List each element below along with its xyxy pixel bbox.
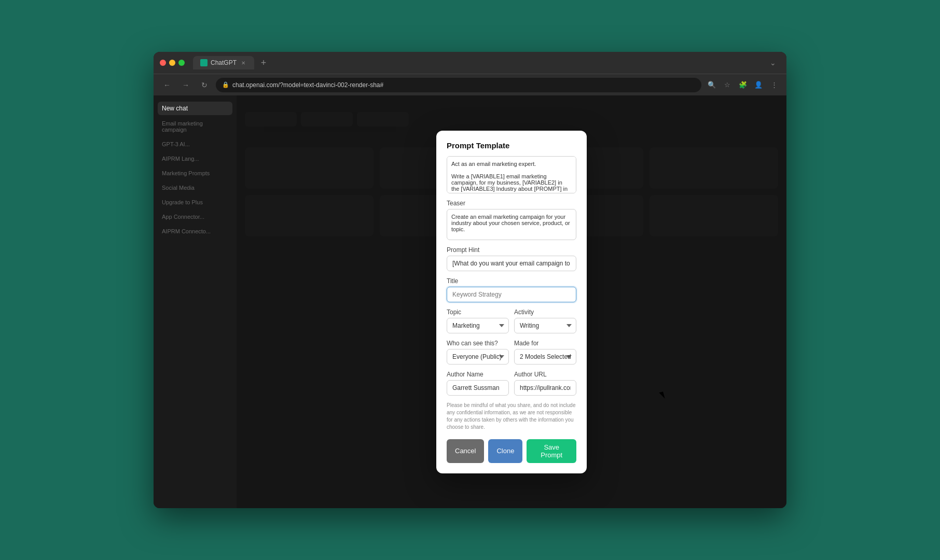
url-text: chat.openai.com/?model=text-davinci-002-… bbox=[232, 81, 383, 89]
new-tab-button[interactable]: + bbox=[256, 55, 271, 70]
prompt-field-group bbox=[447, 156, 576, 193]
browser-window: ChatGPT ✕ + ⌄ ← → ↻ 🔒 chat.openai.com/?m… bbox=[154, 52, 786, 508]
browser-content: New chat Email marketing campaign GPT-3 … bbox=[154, 95, 786, 508]
author-url-input[interactable] bbox=[514, 380, 576, 396]
author-name-input[interactable] bbox=[447, 380, 509, 396]
activity-select[interactable]: Writing Research Analysis bbox=[514, 318, 576, 333]
browser-titlebar: ChatGPT ✕ + ⌄ bbox=[154, 52, 786, 74]
sidebar-item-new-chat[interactable]: New chat bbox=[158, 102, 232, 115]
tab-close-icon[interactable]: ✕ bbox=[240, 59, 247, 66]
close-button[interactable] bbox=[160, 60, 166, 66]
clone-button[interactable]: Clone bbox=[488, 439, 522, 463]
toolbar-actions: 🔍 ☆ 🧩 👤 ⋮ bbox=[706, 79, 780, 91]
search-icon[interactable]: 🔍 bbox=[706, 79, 718, 91]
disclaimer-text: Please be mindful of what you share, and… bbox=[447, 402, 576, 431]
maximize-button[interactable] bbox=[178, 60, 185, 66]
window-controls: ⌄ bbox=[766, 55, 780, 70]
teaser-textarea[interactable] bbox=[447, 209, 576, 240]
topic-select[interactable]: Marketing Sales Design Writing bbox=[447, 318, 509, 333]
tab-label: ChatGPT bbox=[211, 59, 237, 66]
minimize-button[interactable] bbox=[169, 60, 175, 66]
title-label: Title bbox=[447, 277, 576, 285]
menu-icon[interactable]: ⋮ bbox=[768, 79, 780, 91]
activity-field-group: Activity Writing Research Analysis bbox=[514, 309, 576, 333]
forward-button[interactable]: → bbox=[178, 78, 193, 92]
prompt-hint-field-group: Prompt Hint bbox=[447, 246, 576, 271]
extensions-icon[interactable]: 🧩 bbox=[737, 79, 749, 91]
sidebar-item-8[interactable]: AIPRM Connecto... bbox=[158, 225, 232, 237]
topic-field-group: Topic Marketing Sales Design Writing bbox=[447, 309, 509, 333]
tab-favicon bbox=[200, 59, 208, 66]
browser-toolbar: ← → ↻ 🔒 chat.openai.com/?model=text-davi… bbox=[154, 74, 786, 95]
address-bar[interactable]: 🔒 chat.openai.com/?model=text-davinci-00… bbox=[216, 78, 701, 92]
visibility-model-row: Who can see this? Everyone (Public) Only… bbox=[447, 340, 576, 365]
sidebar-item-6[interactable]: Upgrade to Plus bbox=[158, 196, 232, 208]
author-row: Author Name Author URL bbox=[447, 371, 576, 396]
author-url-label: Author URL bbox=[514, 371, 576, 378]
activity-label: Activity bbox=[514, 309, 576, 316]
sidebar: New chat Email marketing campaign GPT-3 … bbox=[154, 95, 237, 508]
teaser-label: Teaser bbox=[447, 200, 576, 207]
modal-title: Prompt Template bbox=[447, 141, 576, 150]
topic-label: Topic bbox=[447, 309, 509, 316]
bookmark-icon[interactable]: ☆ bbox=[721, 79, 734, 91]
made-for-select[interactable]: 2 Models Selected All Models bbox=[514, 349, 576, 365]
lock-icon: 🔒 bbox=[222, 81, 229, 88]
author-name-label: Author Name bbox=[447, 371, 509, 378]
sidebar-item-3[interactable]: AIPRM Lang... bbox=[158, 152, 232, 165]
title-input[interactable] bbox=[447, 287, 576, 302]
sidebar-item-4[interactable]: Marketing Prompts bbox=[158, 167, 232, 179]
back-button[interactable]: ← bbox=[160, 78, 174, 92]
prompt-template-modal: Prompt Template Teaser Prompt Hint bbox=[436, 131, 587, 473]
made-for-label: Made for bbox=[514, 340, 576, 347]
who-field-group: Who can see this? Everyone (Public) Only… bbox=[447, 340, 509, 365]
modal-overlay: Prompt Template Teaser Prompt Hint bbox=[237, 95, 786, 508]
save-prompt-button[interactable]: Save Prompt bbox=[527, 439, 576, 463]
main-content: Prompt Template Teaser Prompt Hint bbox=[237, 95, 786, 508]
traffic-lights bbox=[160, 60, 185, 66]
modal-actions: Cancel Clone Save Prompt bbox=[447, 437, 576, 463]
sidebar-item-5[interactable]: Social Media bbox=[158, 181, 232, 194]
profile-icon[interactable]: 👤 bbox=[752, 79, 765, 91]
cancel-button[interactable]: Cancel bbox=[447, 439, 484, 463]
sidebar-item-2[interactable]: GPT-3 AI... bbox=[158, 138, 232, 150]
who-select[interactable]: Everyone (Public) Only Me Team bbox=[447, 349, 509, 365]
refresh-button[interactable]: ↻ bbox=[197, 78, 212, 92]
chatgpt-tab[interactable]: ChatGPT ✕ bbox=[193, 56, 254, 69]
prompt-textarea[interactable] bbox=[447, 156, 576, 193]
sidebar-item-7[interactable]: App Connector... bbox=[158, 211, 232, 223]
prompt-hint-input[interactable] bbox=[447, 256, 576, 271]
made-for-field-group: Made for 2 Models Selected All Models bbox=[514, 340, 576, 365]
who-label: Who can see this? bbox=[447, 340, 509, 347]
author-name-field-group: Author Name bbox=[447, 371, 509, 396]
title-field-group: Title bbox=[447, 277, 576, 302]
teaser-field-group: Teaser bbox=[447, 200, 576, 240]
sidebar-item-1[interactable]: Email marketing campaign bbox=[158, 117, 232, 136]
topic-activity-row: Topic Marketing Sales Design Writing Act… bbox=[447, 309, 576, 333]
prompt-hint-label: Prompt Hint bbox=[447, 246, 576, 254]
tab-bar: ChatGPT ✕ + bbox=[193, 55, 762, 70]
author-url-field-group: Author URL bbox=[514, 371, 576, 396]
